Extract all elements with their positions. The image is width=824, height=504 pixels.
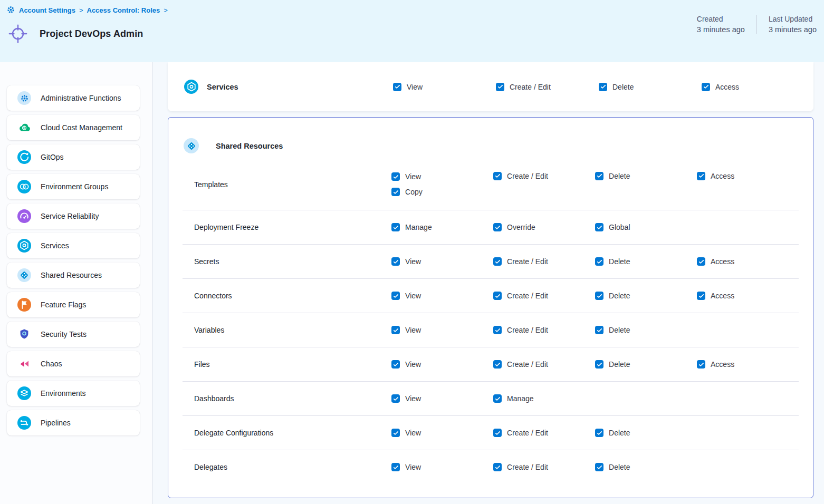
sidebar-item-security-tests[interactable]: Security Tests [7,322,140,347]
permission-view: View [391,463,493,471]
checkbox-override[interactable] [493,223,502,231]
sidebar-item-gitops[interactable]: GitOps [7,144,140,170]
permission-delete: Delete [595,292,697,300]
checkbox-view[interactable] [393,83,401,91]
checkbox-create-edit[interactable] [493,257,502,266]
permission-label: Access [715,83,739,91]
permission-label: View [405,429,421,437]
services-permissions: ViewCreate / EditDeleteAccess [393,62,804,111]
permission-delete: Delete [595,326,697,334]
checkbox-delete[interactable] [599,83,607,91]
checkbox-create-edit[interactable] [493,463,502,471]
checkbox-view[interactable] [391,326,400,334]
checkbox-delete[interactable] [595,360,603,369]
breadcrumb-link-account-settings[interactable]: Account Settings [19,6,75,14]
created-value: 3 minutes ago [697,25,745,34]
resource-name: Delegate Configurations [194,429,391,437]
resource-name: Delegates [194,463,391,471]
checkbox-access[interactable] [697,172,705,180]
sidebar-item-label: Environment Groups [41,182,108,191]
permission-column: Delete [595,360,697,369]
checkbox-manage[interactable] [493,394,502,403]
checkbox-delete[interactable] [595,292,603,300]
permission-column: Manage [391,223,493,231]
sidebar-item-feature-flags[interactable]: Feature Flags [7,292,140,317]
checkbox-delete[interactable] [595,429,603,437]
checkbox-delete[interactable] [595,257,603,266]
checkbox-delete[interactable] [595,463,603,471]
checkbox-create-edit[interactable] [493,360,502,369]
checkbox-create-edit[interactable] [493,172,502,180]
checkbox-create-edit[interactable] [496,83,504,91]
checkbox-view[interactable] [391,360,400,369]
permission-column: Delete [595,257,697,266]
permission-create-edit: Create / Edit [493,463,595,471]
checkbox-view[interactable] [391,292,400,300]
sidebar-item-cloud-cost-management[interactable]: $Cloud Cost Management [7,115,140,140]
permission-label: View [405,394,421,403]
permission-access: Access [702,83,804,91]
services-hexagon-icon [184,80,198,94]
permission-label: Access [711,172,734,180]
checkbox-access[interactable] [697,292,705,300]
permission-create-edit: Create / Edit [493,360,595,369]
checkbox-view[interactable] [391,463,400,471]
permission-global: Global [595,223,697,231]
sidebar-item-services[interactable]: Services [7,233,140,258]
role-target-icon [7,23,28,44]
checkbox-create-edit[interactable] [493,429,502,437]
permission-label: Global [609,223,630,231]
permission-delete: Delete [595,257,697,266]
sidebar-item-shared-resources[interactable]: Shared Resources [7,263,140,288]
resource-row-connectors: ConnectorsViewCreate / EditDeleteAccess [183,278,799,313]
sidebar-item-administrative-functions[interactable]: Administrative Functions [7,85,140,111]
permission-label: Manage [507,394,534,403]
checkbox-view[interactable] [391,257,400,266]
permission-column: Access [697,292,799,300]
permission-column: View [393,83,496,91]
checkbox-manage[interactable] [391,223,400,231]
sidebar-item-environments[interactable]: Environments [7,381,140,406]
resource-name: Deployment Freeze [194,223,391,231]
pipelines-flow-icon [17,416,31,430]
shared-resources-permissions-card: Shared Resources TemplatesViewCopyCreate… [168,117,813,498]
permission-column: View [391,326,493,334]
resource-name: Connectors [194,292,391,300]
permission-label: Delete [612,83,634,91]
checkbox-access[interactable] [697,360,705,369]
gitops-loop-icon [17,150,31,164]
permission-delete: Delete [599,83,702,91]
checkbox-global[interactable] [595,223,603,231]
sidebar-item-service-reliability[interactable]: Service Reliability [7,203,140,229]
checkbox-delete[interactable] [595,326,603,334]
checkbox-copy[interactable] [391,188,400,196]
resource-row-variables: VariablesViewCreate / EditDelete [183,313,799,347]
sidebar-item-chaos[interactable]: Chaos [7,351,140,376]
gear-icon [17,91,31,105]
sidebar-item-label: Environments [41,389,86,398]
page: Account Settings>Access Control: Roles> … [0,0,824,504]
checkbox-delete[interactable] [595,172,603,180]
services-row: Services ViewCreate / EditDeleteAccess [168,62,813,111]
created-label: Created [697,15,745,23]
main-panel: Services ViewCreate / EditDeleteAccess S… [152,62,824,504]
permission-delete: Delete [595,463,697,471]
permission-column: Override [493,223,595,231]
checkbox-access[interactable] [702,83,710,91]
permission-label: Delete [609,257,630,266]
checkbox-view[interactable] [391,172,400,181]
checkbox-access[interactable] [697,257,705,266]
sidebar-item-label: GitOps [41,153,64,161]
checkbox-view[interactable] [391,394,400,403]
checkbox-create-edit[interactable] [493,292,502,300]
checkbox-create-edit[interactable] [493,326,502,334]
sidebar-item-label: Cloud Cost Management [41,123,122,132]
breadcrumb-link-access-control-roles[interactable]: Access Control: Roles [87,6,160,14]
environments-stack-icon [17,386,31,400]
sidebar-item-label: Security Tests [41,330,87,338]
created-block: Created 3 minutes ago [697,15,745,34]
sidebar-item-environment-groups[interactable]: Environment Groups [7,174,140,199]
sidebar-item-pipelines[interactable]: Pipelines [7,410,140,435]
checkbox-view[interactable] [391,429,400,437]
permission-view: View [391,360,493,369]
